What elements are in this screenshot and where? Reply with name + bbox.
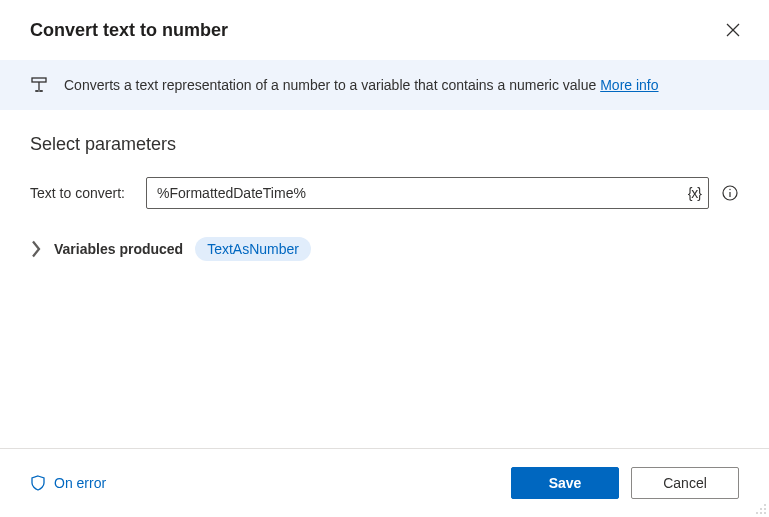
description-text: Converts a text representation of a numb… xyxy=(64,77,659,93)
dialog-footer: On error Save Cancel xyxy=(0,448,769,517)
resize-grip-icon[interactable] xyxy=(755,503,767,515)
section-title: Select parameters xyxy=(30,134,739,155)
dialog-title: Convert text to number xyxy=(30,20,228,41)
on-error-button[interactable]: On error xyxy=(30,475,106,491)
close-icon xyxy=(726,23,740,37)
description-bar: Converts a text representation of a numb… xyxy=(0,60,769,110)
info-button[interactable] xyxy=(721,184,739,202)
chevron-right-icon xyxy=(30,240,42,258)
on-error-label: On error xyxy=(54,475,106,491)
action-type-icon xyxy=(30,76,48,94)
svg-point-10 xyxy=(764,504,766,506)
svg-point-9 xyxy=(729,189,730,190)
shield-icon xyxy=(30,475,46,491)
content-area: Select parameters Text to convert: {x} V… xyxy=(0,110,769,285)
footer-buttons: Save Cancel xyxy=(511,467,739,499)
info-icon xyxy=(722,185,738,201)
variable-picker-icon[interactable]: {x} xyxy=(688,185,701,201)
svg-point-14 xyxy=(760,512,762,514)
variables-produced-row: Variables produced TextAsNumber xyxy=(30,237,739,261)
svg-rect-2 xyxy=(32,78,46,82)
input-wrapper: {x} xyxy=(146,177,709,209)
save-button[interactable]: Save xyxy=(511,467,619,499)
text-to-convert-input[interactable] xyxy=(146,177,709,209)
svg-point-12 xyxy=(764,508,766,510)
svg-point-13 xyxy=(756,512,758,514)
expand-toggle[interactable] xyxy=(30,243,42,255)
dialog-header: Convert text to number xyxy=(0,0,769,60)
description-content: Converts a text representation of a numb… xyxy=(64,77,600,93)
param-label: Text to convert: xyxy=(30,185,134,201)
cancel-button[interactable]: Cancel xyxy=(631,467,739,499)
svg-point-15 xyxy=(764,512,766,514)
variables-produced-label: Variables produced xyxy=(54,241,183,257)
param-row-text-to-convert: Text to convert: {x} xyxy=(30,177,739,209)
more-info-link[interactable]: More info xyxy=(600,77,658,93)
close-button[interactable] xyxy=(721,18,745,42)
variable-chip[interactable]: TextAsNumber xyxy=(195,237,311,261)
svg-point-11 xyxy=(760,508,762,510)
